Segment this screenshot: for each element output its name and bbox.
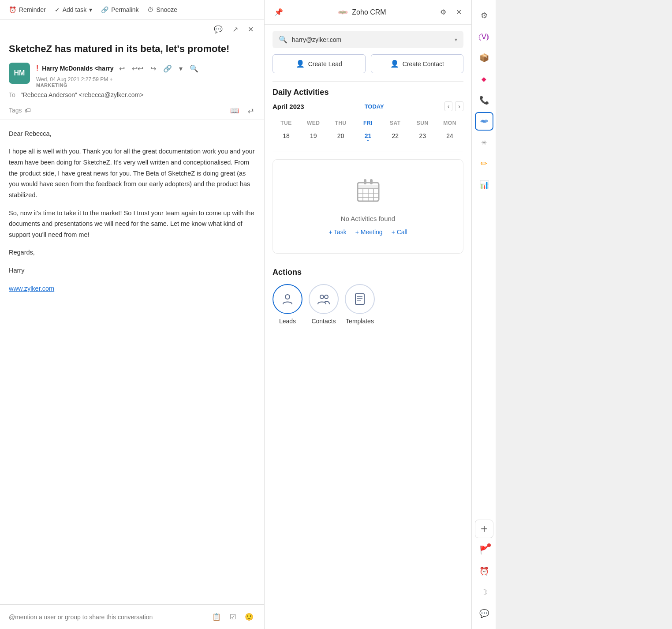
cal-day-21[interactable]: 21 (355, 129, 382, 143)
cal-day-23[interactable]: 23 (409, 129, 436, 143)
more-button[interactable]: ▾ (177, 63, 184, 75)
email-compose-bar: 📋 ☑ 🙂 (0, 604, 264, 629)
sidebar-box-icon[interactable]: 📦 (475, 49, 493, 67)
sidebar-snowflake-icon[interactable]: ✳ (475, 133, 493, 152)
email-link[interactable]: www.zylker.com (9, 285, 54, 292)
search-box[interactable]: 🔍 ▾ (273, 31, 463, 48)
create-lead-icon: 👤 (296, 60, 305, 68)
sidebar-pencil-icon[interactable]: ✏ (475, 154, 493, 173)
today-button[interactable]: TODAY (365, 103, 384, 110)
cal-day-22[interactable]: 22 (381, 129, 409, 143)
leads-label: Leads (279, 318, 296, 325)
no-activities-text: No Activities found (341, 215, 395, 222)
sender-name: Harry McDonalds <harry (42, 65, 113, 72)
add-task-button[interactable]: ✓ Add task ▾ (55, 6, 92, 13)
priority-indicator: ! (36, 64, 38, 72)
create-contact-button[interactable]: 👤 Create Contact (371, 54, 464, 73)
crm-logo: Zoho CRM (289, 8, 434, 16)
svg-point-12 (325, 295, 328, 299)
email-header-actions: 💬 ↗ ✕ (0, 20, 264, 39)
day-header-mon: MON (436, 117, 463, 129)
email-date: Wed, 04 Aug 2021 2:27:59 PM + (36, 76, 255, 82)
svg-rect-8 (364, 179, 366, 184)
reminder-button[interactable]: ⏰ Reminder (9, 6, 46, 13)
day-header-wed: WED (300, 117, 327, 129)
search-icon: 🔍 (279, 35, 287, 44)
share-icon-button[interactable]: ⇄ (246, 105, 255, 116)
reply-actions: ↩ ↩↩ ↪ 🔗 ▾ (117, 63, 184, 75)
cal-day-18[interactable]: 18 (273, 129, 300, 143)
tag-icon: 🏷 (25, 107, 31, 114)
snooze-icon: ⏱ (147, 6, 153, 13)
crm-settings-icon[interactable]: ⚙ (438, 6, 448, 18)
compose-notes-icon[interactable]: 📋 (210, 611, 223, 623)
close-icon-button[interactable]: ✕ (246, 23, 255, 35)
sidebar-chat-icon[interactable]: 💬 (475, 604, 493, 623)
action-leads[interactable]: Leads (273, 284, 302, 325)
crm-header-icons: ⚙ ✕ (438, 6, 463, 18)
to-address: "Rebecca Anderson" <rebecca@zylker.com> (21, 91, 144, 98)
search-input[interactable] (292, 36, 450, 43)
calendar-grid: TUE WED THU FRI SAT SUN MON 18 19 20 21 … (273, 117, 463, 143)
sidebar-phone-icon[interactable]: 📞 (475, 91, 493, 109)
cal-day-24[interactable]: 24 (436, 129, 463, 143)
reminder-icon: ⏰ (9, 6, 16, 13)
sidebar-paperclip-icon[interactable]: ⦅V⦆ (475, 27, 493, 46)
create-contact-icon: 👤 (390, 60, 399, 68)
email-panel: ⏰ Reminder ✓ Add task ▾ 🔗 Permalink ⏱ Sn… (0, 0, 265, 629)
prev-month-button[interactable]: ‹ (444, 101, 453, 111)
sidebar-chart-icon[interactable]: 📊 (475, 176, 493, 194)
reply-button[interactable]: ↩ (117, 63, 127, 75)
tags-left: Tags 🏷 (9, 107, 31, 114)
sidebar-toggle-icon[interactable]: ☽ (475, 583, 493, 602)
sidebar-clock-icon[interactable]: ⏰ (475, 562, 493, 580)
to-label: To (9, 91, 15, 98)
pin-header-icon[interactable]: 📌 (273, 6, 285, 18)
body-paragraph-4: Harry (9, 265, 255, 276)
add-call-link[interactable]: + Call (392, 228, 407, 236)
reply-all-button[interactable]: ↩↩ (130, 63, 145, 75)
sidebar-crm-icon[interactable] (475, 112, 493, 131)
divider-2 (273, 151, 463, 151)
sidebar-gear-icon[interactable]: ⚙ (475, 6, 493, 25)
email-to-row: To "Rebecca Anderson" <rebecca@zylker.co… (0, 88, 264, 102)
next-month-button[interactable]: › (455, 101, 463, 111)
sidebar-plus-icon[interactable] (475, 520, 493, 538)
search-in-email-button[interactable]: 🔍 (188, 63, 200, 75)
cal-day-19[interactable]: 19 (300, 129, 327, 143)
check-icon: ✓ (55, 6, 60, 13)
sidebar-pin-icon[interactable]: ◆ (475, 70, 493, 88)
avatar: HM (9, 63, 30, 84)
calendar-nav: April 2023 TODAY ‹ › (273, 101, 463, 111)
day-header-thu: THU (327, 117, 355, 129)
chat-icon-button[interactable]: 💬 (212, 23, 224, 35)
add-task-link[interactable]: + Task (329, 228, 347, 236)
action-contacts[interactable]: Contacts (309, 284, 339, 325)
forward-button[interactable]: ↪ (149, 63, 158, 75)
calendar-arrows: ‹ › (444, 101, 463, 111)
crm-close-icon[interactable]: ✕ (454, 6, 463, 18)
svg-point-11 (320, 295, 324, 299)
action-templates[interactable]: Templates (345, 284, 375, 325)
notification-badge (487, 543, 491, 547)
dropdown-icon: ▾ (89, 6, 92, 13)
link-button[interactable]: 🔗 (161, 63, 174, 75)
compose-input[interactable] (9, 614, 205, 621)
calendar-section: April 2023 TODAY ‹ › TUE WED THU FRI SAT… (265, 101, 471, 151)
email-tags-row: Tags 🏷 📖 ⇄ (0, 102, 264, 120)
add-meeting-link[interactable]: + Meeting (355, 228, 383, 236)
cal-day-20[interactable]: 20 (327, 129, 355, 143)
sidebar-icons-panel: ⚙ ⦅V⦆ 📦 ◆ 📞 ✳ ✏ 📊 🚩 ⏰ ☽ 💬 (472, 0, 496, 629)
compose-task-icon[interactable]: ☑ (228, 611, 238, 623)
sidebar-flag-icon[interactable]: 🚩 (475, 541, 493, 559)
contacts-label: Contacts (311, 318, 336, 325)
create-lead-button[interactable]: 👤 Create Lead (273, 54, 366, 73)
chevron-down-icon[interactable]: ▾ (455, 37, 457, 43)
body-paragraph-0: Dear Rebecca, (9, 128, 255, 139)
permalink-button[interactable]: 🔗 Permalink (101, 6, 138, 13)
body-paragraph-2: So, now it's time to take it to the mark… (9, 208, 255, 240)
book-icon-button[interactable]: 📖 (228, 105, 241, 116)
snooze-button[interactable]: ⏱ Snooze (147, 6, 177, 13)
expand-icon-button[interactable]: ↗ (231, 23, 240, 35)
compose-emoji-icon[interactable]: 🙂 (243, 611, 255, 623)
